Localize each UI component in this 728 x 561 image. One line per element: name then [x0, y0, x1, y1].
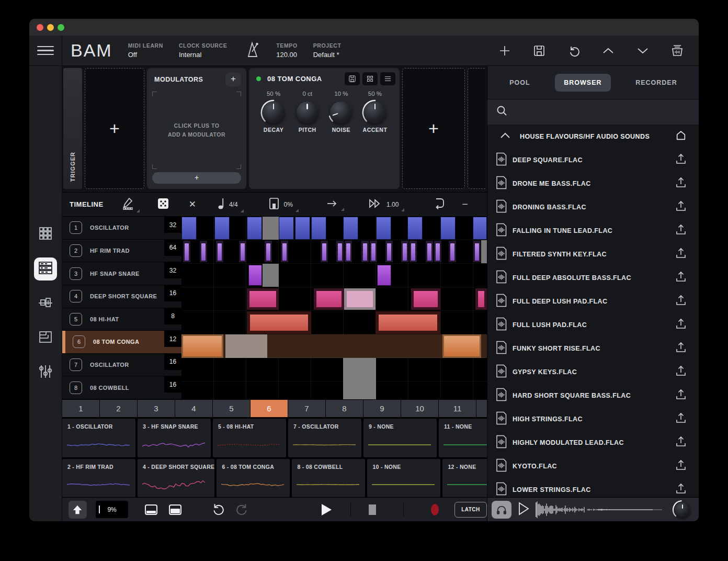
track-mini-panel[interactable]: 1 - OSCILLATOR: [62, 419, 135, 457]
note-block[interactable]: [475, 288, 487, 310]
track-header-3[interactable]: 3HF SNAP SNARE32: [62, 262, 181, 285]
draw-tool-button[interactable]: [121, 197, 140, 212]
midi-learn-control[interactable]: MIDI LEARN Off: [128, 42, 163, 59]
note-block[interactable]: [247, 288, 279, 310]
note-block[interactable]: [321, 241, 328, 262]
note-block[interactable]: [370, 241, 377, 262]
scene-11[interactable]: 11: [439, 400, 476, 417]
sidebar-item-song-view[interactable]: [34, 327, 57, 350]
note-block[interactable]: [376, 217, 391, 240]
scene-12[interactable]: 12: [476, 400, 487, 417]
add-modulator-bar[interactable]: +: [152, 172, 241, 184]
undo-button[interactable]: [211, 502, 224, 518]
pattern-row-5[interactable]: [181, 311, 487, 334]
preview-waveform[interactable]: [536, 501, 665, 518]
export-icon[interactable]: [675, 200, 687, 215]
note-block[interactable]: [377, 265, 391, 286]
file-row[interactable]: FILTERED SYNTH KEY.FLAC: [487, 242, 699, 266]
export-icon[interactable]: [675, 435, 687, 450]
file-row[interactable]: HARD SHORT SQUARE BASS.FLAC: [487, 384, 699, 407]
file-row[interactable]: DEEP SQUARE.FLAC: [487, 148, 699, 172]
track-header-7[interactable]: 7OSCILLATOR16: [62, 354, 181, 377]
sidebar-item-pads-view[interactable]: [34, 223, 57, 246]
note-block[interactable]: [263, 264, 279, 287]
time-signature-control[interactable]: 4/4: [217, 197, 244, 212]
pattern-row-3[interactable]: [181, 264, 487, 287]
main-menu-button[interactable]: [29, 36, 62, 66]
note-block[interactable]: [181, 334, 223, 358]
add-device-slot-3[interactable]: [468, 68, 485, 189]
note-block[interactable]: [200, 241, 207, 262]
export-icon[interactable]: [675, 388, 687, 403]
knob-accent[interactable]: 50 %ACCENT: [359, 91, 391, 133]
note-block[interactable]: [183, 241, 190, 262]
chevron-down-icon[interactable]: [636, 44, 650, 58]
sidebar-item-mixer-view[interactable]: [34, 361, 57, 384]
note-block[interactable]: [401, 241, 408, 262]
track-mini-panel[interactable]: 10 - NONE: [367, 459, 440, 498]
track-header-1[interactable]: 1OSCILLATOR32: [62, 217, 181, 240]
save-preset-button[interactable]: [345, 72, 360, 85]
pattern-row-2[interactable]: [181, 240, 487, 264]
preview-play-button[interactable]: [517, 501, 530, 518]
grid-view-button[interactable]: [362, 72, 378, 85]
knob-noise[interactable]: 10 %NOISE: [325, 91, 357, 133]
scene-2[interactable]: 2: [100, 400, 137, 417]
export-icon[interactable]: [675, 341, 687, 356]
record-button[interactable]: [431, 504, 439, 515]
pattern-row-1[interactable]: [181, 217, 487, 240]
note-block[interactable]: [473, 241, 481, 262]
track-header-2[interactable]: 2HF RIM TRAD64: [62, 240, 181, 263]
clock-source-control[interactable]: CLOCK SOURCE Internal: [179, 42, 227, 59]
file-row[interactable]: GYPSY KEYS.FLAC: [487, 360, 699, 384]
add-modulator-button[interactable]: +: [225, 73, 241, 86]
sidebar-item-sampler-view[interactable]: [34, 292, 57, 315]
redo-button[interactable]: [236, 502, 249, 518]
instrument-menu-button[interactable]: [380, 72, 395, 85]
note-block[interactable]: [247, 311, 311, 334]
tab-browser[interactable]: BROWSER: [555, 74, 610, 92]
tab-pool[interactable]: POOL: [500, 74, 539, 92]
undo-button[interactable]: [567, 44, 581, 58]
track-mini-panel[interactable]: 6 - 08 TOM CONGA: [217, 459, 290, 498]
note-block[interactable]: [181, 217, 197, 240]
pattern-row-4[interactable]: [181, 287, 487, 311]
note-block[interactable]: [265, 241, 272, 262]
track-mini-panel[interactable]: 5 - 08 HI-HAT: [213, 419, 286, 457]
headphones-button[interactable]: [492, 501, 511, 519]
note-block[interactable]: [239, 241, 246, 262]
export-icon[interactable]: [675, 247, 687, 262]
knob-pitch[interactable]: 0 ctPITCH: [291, 91, 324, 133]
randomize-button[interactable]: [157, 198, 169, 211]
note-block[interactable]: [247, 217, 262, 240]
note-block[interactable]: [344, 288, 376, 310]
collapse-up-button[interactable]: [69, 501, 87, 519]
file-row[interactable]: KYOTO.FLAC: [487, 454, 699, 478]
track-header-8[interactable]: 808 COWBELL16: [62, 376, 181, 399]
scene-7[interactable]: 7: [288, 400, 325, 417]
track-header-6[interactable]: 608 TOM CONGA12: [62, 331, 181, 354]
note-block[interactable]: [473, 217, 487, 240]
add-device-slot-2[interactable]: +: [402, 68, 465, 189]
note-block[interactable]: [407, 217, 423, 240]
note-block[interactable]: [263, 217, 279, 240]
clear-pattern-button[interactable]: ✕: [189, 199, 196, 210]
file-row[interactable]: FULL DEEP ABSOLUTE BASS.FLAC: [487, 266, 699, 289]
track-mini-panel[interactable]: 3 - HF SNAP SNARE: [138, 419, 211, 457]
track-header-4[interactable]: 4DEEP SHORT SQUARE16: [62, 285, 181, 308]
project-control[interactable]: PROJECT Default *: [313, 42, 342, 59]
layout-full-button[interactable]: [169, 504, 181, 515]
trigger-strip[interactable]: TRIGGER: [63, 68, 82, 189]
metronome-icon[interactable]: [246, 40, 261, 61]
file-row[interactable]: LOWER STRINGS.FLAC: [487, 478, 699, 497]
note-block[interactable]: [440, 217, 456, 240]
file-row[interactable]: FULL LUSH PAD.FLAC: [487, 313, 699, 336]
note-block[interactable]: [311, 217, 326, 240]
note-block[interactable]: [214, 217, 230, 240]
note-block[interactable]: [336, 241, 344, 262]
swing-control[interactable]: 0%: [268, 197, 299, 212]
zoom-out-button[interactable]: −: [462, 198, 468, 210]
export-icon[interactable]: [675, 318, 687, 332]
note-block[interactable]: [385, 241, 393, 262]
note-block[interactable]: [225, 334, 267, 358]
